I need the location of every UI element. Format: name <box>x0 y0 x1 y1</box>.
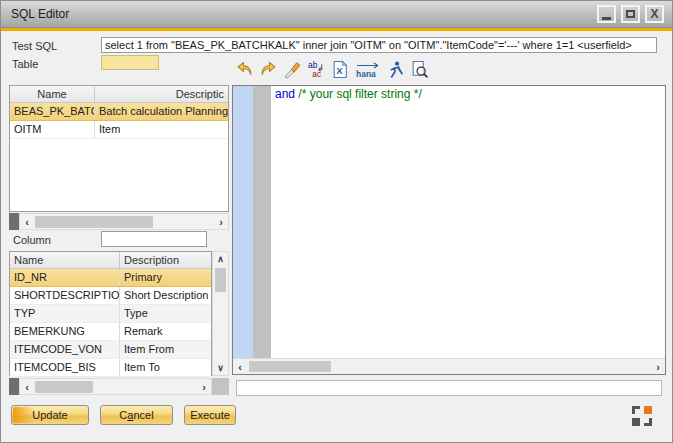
status-field[interactable] <box>236 380 662 396</box>
column-list-hscrollbar[interactable]: ‹ › <box>19 378 212 395</box>
table-row-description: Batch calculation Planning <box>95 103 228 120</box>
scrollbar-thumb[interactable] <box>35 381 93 393</box>
column-row-name: SHORTDESCRIPTION <box>10 287 120 304</box>
close-button[interactable]: X <box>645 5 664 23</box>
hana-convert-button[interactable]: hana <box>354 58 382 81</box>
scrollbar-corner <box>212 378 229 395</box>
table-list-grid: Name Descriptic BEAS_PK_BATCH Batch calc… <box>9 85 229 212</box>
column-row-description: Item To <box>120 359 211 376</box>
editor-selection-gutter <box>233 86 253 358</box>
column-row[interactable]: SHORTDESCRIPTION Short Description <box>10 287 211 305</box>
format-brush-icon <box>283 60 302 79</box>
table-list-header-description[interactable]: Descriptic <box>95 86 228 102</box>
editor-toolbar: ab ac X hana <box>234 58 430 81</box>
column-row[interactable]: BEMERKUNG Remark <box>10 323 211 341</box>
maximize-button[interactable] <box>621 5 640 23</box>
scroll-right-icon[interactable]: › <box>197 379 211 394</box>
redo-button[interactable] <box>258 58 279 81</box>
scroll-up-icon[interactable]: ∧ <box>213 252 228 266</box>
sql-editor-window: SQL Editor X Test SQL Table <box>0 0 673 443</box>
table-row-name: OITM <box>10 121 95 138</box>
table-label: Table <box>12 58 38 70</box>
table-row[interactable]: OITM Item <box>10 121 228 139</box>
preview-button[interactable] <box>409 58 430 81</box>
cancel-button-label: Cancel <box>119 409 153 421</box>
update-button-label: Update <box>32 409 67 421</box>
column-row-description: Type <box>120 305 211 322</box>
resize-grip-icon[interactable] <box>632 406 652 426</box>
table-input[interactable] <box>101 55 159 70</box>
cancel-label-suffix: ncel <box>133 409 153 421</box>
column-row-description: Primary <box>120 269 211 286</box>
scrollbar-thumb[interactable] <box>35 216 153 228</box>
minimize-icon <box>602 17 611 20</box>
scroll-left-icon[interactable]: ‹ <box>20 214 34 229</box>
column-row-name: ITEMCODE_VON <box>10 341 120 358</box>
table-row[interactable]: BEAS_PK_BATCH Batch calculation Planning <box>10 103 228 121</box>
resize-corner <box>632 418 640 426</box>
close-icon: X <box>650 8 658 20</box>
column-row-name: TYP <box>10 305 120 322</box>
table-list-header-name[interactable]: Name <box>10 86 95 102</box>
update-button[interactable]: Update <box>11 405 89 425</box>
run-button[interactable] <box>385 58 406 81</box>
column-list-header: Name Description <box>10 252 211 269</box>
column-row-description: Remark <box>120 323 211 340</box>
window-controls: X <box>597 5 664 23</box>
column-row[interactable]: ITEMCODE_BIS Item To <box>10 359 211 377</box>
xml-button[interactable]: X <box>330 58 351 81</box>
hana-icon: hana <box>354 60 382 79</box>
format-button[interactable] <box>282 58 303 81</box>
table-list-hscrollbar[interactable]: ‹ › <box>19 213 229 230</box>
preview-icon <box>410 60 429 79</box>
replace-button[interactable]: ab ac <box>306 58 327 81</box>
editor-code-line[interactable]: and /* your sql filter string */ <box>275 87 422 101</box>
scrollbar-thumb[interactable] <box>215 268 226 292</box>
window-title: SQL Editor <box>11 7 69 21</box>
column-row-name: BEMERKUNG <box>10 323 120 340</box>
column-list-grid: Name Description ID_NR Primary SHORTDESC… <box>9 251 212 376</box>
scroll-left-icon[interactable]: ‹ <box>20 379 34 394</box>
minimize-button[interactable] <box>597 5 616 23</box>
sql-editor-area[interactable]: and /* your sql filter string */ ‹ › <box>232 85 666 375</box>
resize-corner <box>632 406 640 414</box>
sql-keyword: and <box>275 87 295 101</box>
scroll-down-icon[interactable]: ∨ <box>213 361 228 375</box>
execute-button-label: Execute <box>190 409 230 421</box>
undo-button[interactable] <box>234 58 255 81</box>
column-row[interactable]: ID_NR Primary <box>10 269 211 287</box>
run-icon <box>386 60 405 79</box>
grid-corner-stub <box>9 378 19 395</box>
column-list-header-description[interactable]: Description <box>120 252 211 268</box>
column-row-description: Short Description <box>120 287 211 304</box>
title-bar[interactable]: SQL Editor X <box>1 1 672 28</box>
xml-doc-icon: X <box>331 60 350 79</box>
editor-line-gutter <box>253 86 271 358</box>
column-row-name: ID_NR <box>10 269 120 286</box>
maximize-icon <box>626 10 635 18</box>
test-sql-input[interactable] <box>101 37 657 53</box>
scroll-right-icon[interactable]: › <box>651 359 665 374</box>
scroll-right-icon[interactable]: › <box>214 214 228 229</box>
column-row-description: Item From <box>120 341 211 358</box>
column-row[interactable]: ITEMCODE_VON Item From <box>10 341 211 359</box>
table-list-header: Name Descriptic <box>10 86 228 103</box>
grid-corner-stub <box>9 213 19 230</box>
undo-icon <box>235 60 254 79</box>
scroll-left-icon[interactable]: ‹ <box>233 359 247 374</box>
scrollbar-thumb[interactable] <box>249 361 331 372</box>
column-row[interactable]: TYP Type <box>10 305 211 323</box>
column-filter-label: Column <box>13 234 51 246</box>
xml-icon-letter: X <box>336 65 343 76</box>
column-filter-input[interactable] <box>101 231 207 247</box>
hana-icon-label: hana <box>356 69 376 79</box>
cancel-button[interactable]: Cancel <box>100 405 173 425</box>
editor-hscrollbar[interactable]: ‹ › <box>233 358 665 374</box>
replace-icon: ab ac <box>307 60 327 79</box>
column-list-vscrollbar[interactable]: ∧ ∨ <box>212 251 229 376</box>
execute-button[interactable]: Execute <box>184 405 236 425</box>
sql-comment: /* your sql filter string */ <box>295 87 422 101</box>
resize-corner-accent <box>644 406 652 414</box>
table-row-description: Item <box>95 121 228 138</box>
column-list-header-name[interactable]: Name <box>10 252 120 268</box>
